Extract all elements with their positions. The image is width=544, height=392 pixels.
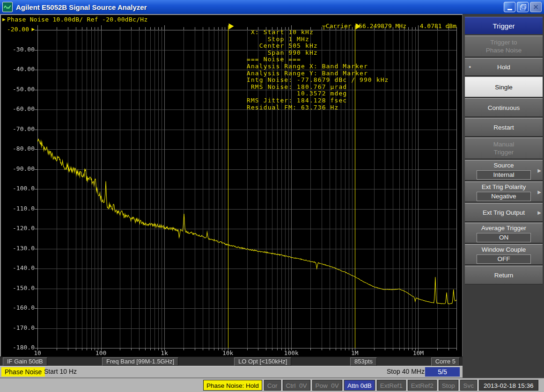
plot-scale-text: Phase Noise 10.00dB/ Ref -20.00dBc/Hz: [7, 16, 148, 23]
status-box: Freq Band [99M-1.5GHz]: [102, 357, 178, 366]
restore-icon: [520, 6, 525, 10]
carrier-readout: ┬Carrier 156.249879 MHz 4.0781 dBm: [322, 22, 456, 29]
carrier-power: 4.0781 dBm: [420, 22, 456, 29]
softkey-value-source: Internal: [477, 170, 531, 180]
softkey-label: Return: [494, 271, 514, 279]
x-axis-label: 1M: [341, 349, 369, 356]
softkey-label: Trigger: [494, 148, 514, 156]
menu-title: Trigger: [465, 17, 543, 34]
app-waveform-icon: [2, 2, 13, 12]
restore-button[interactable]: [517, 2, 529, 12]
softkey-label: Trigger to: [490, 38, 517, 46]
window-title: Agilent E5052B Signal Source Analyzer: [16, 3, 147, 11]
softkey-return[interactable]: Return: [465, 266, 543, 284]
status-box: 853pts: [350, 357, 377, 366]
phase-noise-plot-panel: ▶ Phase Noise 10.00dB/ Ref -20.00dBc/Hz …: [0, 14, 463, 356]
measurement-status-bar: IF Gain 50dBFreq Band [99M-1.5GHz]LO Opt…: [0, 356, 463, 366]
indicator-attn: Attn 0dB: [344, 380, 375, 391]
softkey-menu: Trigger Trigger toPhase Noise●HoldSingle…: [463, 14, 544, 378]
softkey-ext-trig-polarity[interactable]: Ext Trig PolarityNegative▶: [465, 181, 543, 202]
application-window: Agilent E5052B Signal Source Analyzer ✕ …: [0, 0, 544, 392]
softkey-manual-trigger: ManualTrigger: [465, 138, 543, 159]
sweep-start-label: Start 10 Hz: [44, 368, 77, 375]
softkey-window-couple[interactable]: Window CoupleOFF: [465, 244, 543, 265]
y-axis-label: -50.00: [0, 86, 35, 93]
y-axis-label: -30.00: [0, 46, 35, 53]
noise-analysis-annotations: X: Start 10 kHz Stop 1 MHz Center 505 kH…: [247, 29, 389, 111]
indicator-extref1: ExtRef1: [377, 380, 406, 391]
x-axis-label: 100: [87, 349, 115, 356]
carrier-frequency: ┬Carrier 156.249879 MHz: [322, 22, 406, 29]
softkey-label: Window Couple: [482, 246, 526, 254]
selected-bullet-icon: ●: [469, 65, 471, 69]
status-box: IF Gain 50dB: [3, 357, 47, 366]
y-axis-label: -100.0: [0, 185, 35, 192]
softkey-restart[interactable]: Restart: [465, 118, 543, 137]
y-axis-label: -70.00: [0, 126, 35, 132]
y-axis-label: -130.0: [0, 245, 35, 252]
y-axis-label: -90.00: [0, 166, 35, 172]
title-bar: Agilent E5052B Signal Source Analyzer ✕: [0, 0, 544, 14]
submenu-arrow-icon: ▶: [537, 168, 541, 173]
softkey-value-window-couple: OFF: [477, 254, 531, 264]
softkey-label: Single: [495, 83, 513, 91]
x-axis-label: 10M: [404, 349, 432, 356]
indicator-pow: Pow 0V: [312, 380, 342, 391]
x-axis-label: 100k: [277, 349, 305, 356]
indicator-cor: Cor: [264, 380, 281, 391]
y-axis-label: -160.0: [0, 305, 35, 311]
sweep-stop-label: Stop 40 MHz: [387, 368, 425, 375]
close-button[interactable]: ✕: [530, 2, 542, 12]
softkey-label: Phase Noise: [486, 46, 522, 54]
y-axis-label: -20.00▶: [0, 26, 35, 33]
minimize-button[interactable]: [504, 2, 515, 12]
x-axis-label: 10k: [214, 349, 242, 356]
y-axis-label: -140.0: [0, 265, 35, 271]
softkey-label: Ext Trig Output: [483, 209, 525, 217]
softkey-label: Continuous: [488, 104, 520, 112]
submenu-arrow-icon: ▶: [537, 189, 541, 195]
page-indicator: 5/5: [425, 367, 460, 377]
softkey-label: Source: [494, 161, 514, 169]
y-axis-label: -40.00: [0, 66, 35, 73]
minimize-icon: [507, 9, 512, 10]
softkey-trigger-to-phase-noise: Trigger toPhase Noise: [465, 36, 543, 57]
indicator-stop: Stop: [439, 380, 458, 391]
status-box: Corre 5: [431, 357, 460, 366]
y-axis-label: -150.0: [0, 285, 35, 291]
y-axis-label: -110.0: [0, 205, 35, 212]
softkey-source[interactable]: SourceInternal▶: [465, 160, 543, 181]
x-axis-label: 1k: [150, 349, 178, 356]
y-axis-label: -120.0: [0, 225, 35, 232]
softkey-single[interactable]: Single: [465, 77, 543, 97]
softkey-continuous[interactable]: Continuous: [465, 98, 543, 117]
indicator-phase-noise-hold: Phase Noise: Hold: [203, 380, 262, 391]
indicator-ctrl: Ctrl 0V: [283, 380, 310, 391]
phase-noise-plot-canvas: [0, 14, 463, 356]
softkey-label: Hold: [497, 63, 510, 71]
softkey-label: Average Trigger: [481, 224, 526, 232]
status-box: LO Opt [<150kHz]: [234, 357, 291, 366]
ref-level-marker-icon: ▶: [29, 26, 35, 33]
y-axis-label: -60.00: [0, 106, 35, 112]
softkey-ext-trig-output[interactable]: Ext Trig Output▶: [465, 203, 543, 222]
measurement-mode-badge: Phase Noise: [1, 367, 45, 377]
softkey-label: Ext Trig Polarity: [482, 183, 526, 191]
softkey-value-average-trigger: ON: [477, 233, 531, 242]
plot-scale-header: ▶ Phase Noise 10.00dB/ Ref -20.00dBc/Hz: [2, 16, 148, 23]
softkey-value-ext-trig-polarity: Negative: [477, 192, 531, 201]
sweep-status-bar: Phase Noise Start 10 Hz Stop 40 MHz 5/5: [0, 366, 463, 378]
indicator-svc: Svc: [460, 380, 478, 391]
close-icon: ✕: [533, 4, 539, 10]
softkey-label: Manual: [493, 140, 514, 148]
instrument-status-bar: Phase Noise: HoldCorCtrl 0VPow 0VAttn 0d…: [0, 378, 544, 392]
y-axis-label: -170.0: [0, 325, 35, 331]
indicator-extref2: ExtRef2: [408, 380, 437, 391]
carrier-marker-icon: ┬: [322, 22, 326, 29]
submenu-arrow-icon: ▶: [537, 210, 541, 215]
sidebar-buttons: Trigger toPhase Noise●HoldSingleContinuo…: [465, 36, 543, 284]
softkey-hold[interactable]: ●Hold: [465, 58, 543, 76]
softkey-label: Restart: [493, 123, 514, 131]
softkey-average-trigger[interactable]: Average TriggerON: [465, 223, 543, 243]
indicator-datetime: 2013-02-18 15:36: [479, 380, 538, 391]
